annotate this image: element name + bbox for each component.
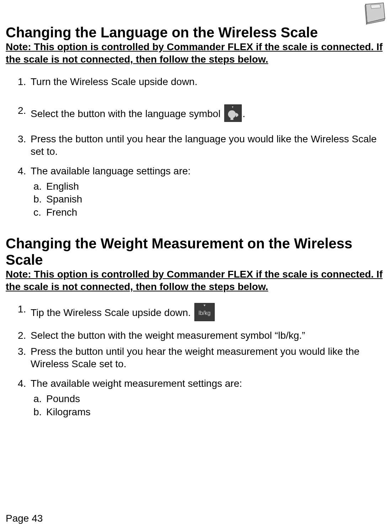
step-3: 3. Press the button until you hear the w… [18, 345, 386, 370]
svg-rect-7 [231, 117, 233, 120]
step-number: 4. [18, 165, 26, 177]
sub-item: a. Pounds [33, 393, 386, 405]
step-number: 1. [18, 303, 26, 315]
sub-letter: c. [33, 206, 41, 219]
section-title-weight: Changing the Weight Measurement on the W… [6, 235, 386, 268]
lbkg-text: lb/kg [198, 310, 211, 316]
svg-marker-3 [371, 4, 381, 9]
sub-letter: b. [33, 193, 42, 206]
scale-device-icon [359, 2, 386, 25]
language-button-icon [224, 104, 242, 125]
step-text: Press the button until you hear the weig… [31, 346, 360, 369]
page-number: Page 43 [6, 513, 43, 524]
sub-letter: a. [33, 393, 42, 405]
step-2: 2. Select the button with the weight mea… [18, 329, 386, 342]
step-3: 3. Press the button until you hear the l… [18, 133, 386, 158]
note-language: Note: This option is controlled by Comma… [6, 41, 386, 65]
section-title-language: Changing the Language on the Wireless Sc… [6, 24, 386, 41]
sub-item: b. Kilograms [33, 406, 386, 418]
document-page: Changing the Language on the Wireless Sc… [0, 0, 392, 532]
sub-item: c. French [33, 206, 386, 219]
step-1: 1. Tip the Wireless Scale upside down. l… [18, 303, 386, 324]
step-text: Turn the Wireless Scale upside down. [31, 76, 197, 87]
step-4: 4. The available weight measurement sett… [18, 377, 386, 418]
sub-letter: a. [33, 180, 42, 193]
step-text-post: . [243, 108, 245, 119]
step-4: 4. The available language settings are: … [18, 165, 386, 219]
step-number: 4. [18, 377, 26, 390]
sublist-languages: a. English b. Spanish c. French [33, 180, 386, 219]
sub-letter: b. [33, 406, 42, 418]
step-number: 1. [18, 75, 26, 88]
sub-text: Pounds [46, 393, 80, 404]
sub-text: French [46, 207, 77, 218]
svg-point-6 [228, 110, 236, 118]
step-text: Press the button until you hear the lang… [31, 133, 377, 157]
step-text: The available weight measurement setting… [31, 378, 242, 389]
sublist-weights: a. Pounds b. Kilograms [33, 393, 386, 418]
step-text: Select the button with the language symb… [31, 108, 223, 119]
step-number: 3. [18, 133, 26, 145]
step-number: 2. [18, 329, 26, 342]
step-1: 1. Turn the Wireless Scale upside down. [18, 75, 386, 88]
step-2: 2. Select the button with the language s… [18, 104, 386, 125]
sub-item: b. Spanish [33, 193, 386, 206]
step-text: Select the button with the weight measur… [31, 330, 305, 341]
steps-weight: 1. Tip the Wireless Scale upside down. l… [18, 303, 386, 418]
sub-item: a. English [33, 180, 386, 193]
lbkg-button-icon: lb/kg [194, 303, 215, 324]
note-weight: Note: This option is controlled by Comma… [6, 268, 386, 293]
step-number: 3. [18, 345, 26, 358]
step-text: The available language settings are: [31, 165, 191, 177]
sub-text: Kilograms [46, 406, 90, 417]
step-text: Tip the Wireless Scale upside down. [31, 307, 194, 318]
step-number: 2. [18, 104, 26, 117]
sub-text: Spanish [46, 194, 82, 205]
sub-text: English [46, 181, 79, 192]
steps-language: 1. Turn the Wireless Scale upside down. … [18, 75, 386, 219]
